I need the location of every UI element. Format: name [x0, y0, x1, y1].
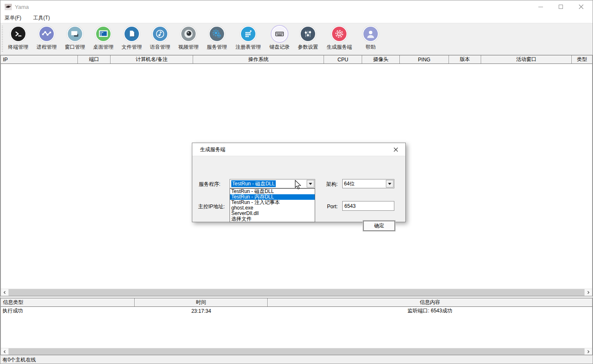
toolbar-item-services[interactable]: 服务管理	[203, 26, 230, 51]
keyboard-icon	[272, 26, 288, 42]
toolbar-item-settings[interactable]: 参数设置	[294, 26, 321, 51]
close-button[interactable]	[577, 3, 585, 11]
process-icon	[39, 26, 55, 42]
toolbar-label: 视频管理	[178, 44, 199, 51]
scroll-left-icon[interactable]	[1, 289, 8, 296]
arch-label: 架构:	[326, 181, 338, 188]
column-header-ping[interactable]: PING	[400, 55, 449, 63]
toolbar-label: 帮助	[366, 44, 376, 51]
master-ip-label: 主控IP地址:	[198, 203, 225, 210]
toolbar-item-build-server[interactable]: 生成服务端	[323, 26, 356, 51]
column-header-version[interactable]: 版本	[449, 55, 481, 63]
log-panel: 信息类型 时间 信息内容 执行成功 23:17:34 监听端口: 6543成功	[0, 298, 593, 355]
mouse-cursor	[294, 180, 302, 190]
toolbar-item-help[interactable]: 帮助	[357, 26, 384, 51]
scrollbar-thumb[interactable]	[8, 348, 585, 355]
column-header-time[interactable]: 时间	[135, 298, 268, 306]
toolbar-item-window[interactable]: 窗口管理	[61, 26, 89, 51]
chevron-down-icon	[309, 183, 312, 185]
terminal-icon	[10, 26, 26, 42]
scrollbar-thumb[interactable]	[8, 289, 585, 296]
column-header-cpu[interactable]: CPU	[324, 55, 362, 63]
log-cell-time: 23:17:34	[135, 308, 268, 314]
toolbar-label: 进程管理	[36, 44, 57, 51]
column-header-port[interactable]: 端口	[78, 55, 111, 63]
toolbar-item-process[interactable]: 进程管理	[33, 26, 60, 51]
services-icon	[209, 26, 225, 42]
toolbar-item-file[interactable]: 文件管理	[118, 26, 145, 51]
arch-combobox[interactable]: 64位	[342, 179, 394, 188]
scroll-right-icon[interactable]	[585, 348, 592, 355]
toolbar-label: 服务管理	[207, 44, 227, 51]
toolbar-item-keylogger[interactable]: 键盘记录	[266, 26, 293, 51]
port-input[interactable]	[342, 201, 394, 211]
column-header-camera[interactable]: 摄像头	[362, 55, 400, 63]
registry-icon	[240, 26, 256, 42]
combobox-dropdown-button[interactable]	[307, 180, 314, 188]
scroll-right-icon[interactable]	[585, 289, 592, 296]
service-program-combobox[interactable]: TestRun - 磁盘DLL	[230, 179, 315, 188]
close-icon	[579, 4, 584, 9]
hosts-horizontal-scrollbar[interactable]	[1, 289, 592, 296]
generate-server-icon	[331, 26, 347, 42]
toolbar-gripper	[2, 26, 3, 52]
dialog-title: 生成服务端	[200, 146, 225, 153]
dialog-close-button[interactable]	[392, 146, 399, 153]
dropdown-item-disk-dll[interactable]: TestRun - 磁盘DLL	[230, 189, 315, 194]
scroll-left-icon[interactable]	[1, 348, 8, 355]
toolbar-label: 终端管理	[8, 44, 28, 51]
hosts-table-header: IP 端口 计算机名/备注 操作系统 CPU 摄像头 PING 版本 活动窗口 …	[1, 55, 592, 64]
window-icon	[67, 26, 83, 42]
window-title: Yama	[15, 4, 29, 10]
ok-button-label: 确定	[374, 222, 384, 229]
log-row[interactable]: 执行成功 23:17:34 监听端口: 6543成功	[1, 307, 592, 315]
service-program-label: 服务程序:	[199, 181, 220, 188]
log-list: 执行成功 23:17:34 监听端口: 6543成功	[1, 307, 592, 348]
log-horizontal-scrollbar[interactable]	[1, 348, 592, 355]
column-header-os[interactable]: 操作系统	[193, 55, 324, 63]
toolbar-item-terminal[interactable]: 终端管理	[5, 26, 32, 51]
column-header-info-content[interactable]: 信息内容	[268, 298, 592, 306]
column-header-active-window[interactable]: 活动窗口	[481, 55, 572, 63]
minimize-button[interactable]	[537, 3, 544, 11]
log-table-header: 信息类型 时间 信息内容	[1, 298, 592, 307]
toolbar-item-registry[interactable]: 注册表管理	[232, 26, 265, 51]
column-header-ip[interactable]: IP	[1, 55, 78, 63]
title-bar: Yama	[0, 0, 593, 13]
help-icon	[363, 26, 379, 42]
service-program-dropdown-list: TestRun - 磁盘DLL TestRun - 内存DLL TestRun …	[230, 188, 315, 222]
column-header-computer-name[interactable]: 计算机名/备注	[111, 55, 193, 63]
dropdown-item-serverdll[interactable]: ServerDll.dll	[230, 211, 315, 216]
dropdown-item-ghost-exe[interactable]: ghost.exe	[230, 205, 315, 211]
toolbar-label: 注册表管理	[236, 44, 261, 51]
ok-button[interactable]: 确定	[363, 221, 395, 231]
dropdown-item-memory-dll[interactable]: TestRun - 内存DLL	[230, 194, 315, 200]
desktop-icon	[95, 26, 111, 42]
service-program-value: TestRun - 磁盘DLL	[231, 180, 276, 187]
status-text: 有0个主机在线	[3, 356, 36, 364]
status-bar: 有0个主机在线	[0, 355, 593, 364]
toolbar-item-desktop[interactable]: 桌面管理	[90, 26, 117, 51]
port-label: Port:	[327, 204, 338, 210]
dropdown-item-choose-file[interactable]: 选择文件	[230, 216, 315, 222]
voice-icon	[152, 26, 168, 42]
toolbar-label: 参数设置	[298, 44, 318, 51]
menu-item-tools[interactable]: 工具(T)	[33, 14, 50, 22]
maximize-button[interactable]	[557, 3, 565, 11]
log-cell-content: 监听端口: 6543成功	[268, 307, 592, 314]
app-icon	[5, 4, 12, 10]
column-header-info-type[interactable]: 信息类型	[1, 298, 135, 306]
toolbar-item-video[interactable]: 视频管理	[175, 26, 202, 51]
dropdown-item-inject-notepad[interactable]: TestRun - 注入记事本	[230, 200, 315, 205]
column-header-type[interactable]: 类型	[572, 55, 592, 63]
file-icon	[124, 26, 140, 42]
toolbar-label: 语音管理	[150, 44, 170, 51]
dialog-title-bar: 生成服务端	[192, 143, 405, 156]
toolbar-label: 窗口管理	[65, 44, 85, 51]
toolbar-label: 文件管理	[122, 44, 142, 51]
toolbar-item-voice[interactable]: 语音管理	[147, 26, 174, 51]
toolbar-label: 键盘记录	[269, 44, 290, 51]
menu-item-main[interactable]: 菜单(F)	[5, 14, 21, 22]
combobox-dropdown-button[interactable]	[386, 180, 393, 188]
arch-value: 64位	[344, 181, 355, 187]
